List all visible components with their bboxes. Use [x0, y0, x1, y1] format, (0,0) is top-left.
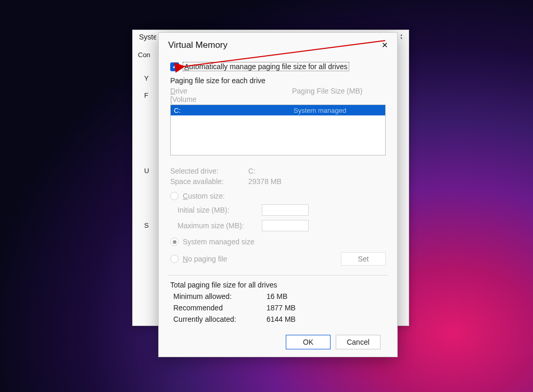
- system-managed-radio[interactable]: [170, 238, 179, 246]
- no-paging-label: No paging file: [183, 255, 227, 263]
- drive-status: System managed: [294, 107, 382, 114]
- totals-title: Total paging file size for all drives: [170, 281, 386, 289]
- no-paging-radio[interactable]: [170, 255, 179, 263]
- set-button[interactable]: Set: [341, 252, 386, 266]
- system-managed-radio-row[interactable]: System managed size: [170, 238, 386, 246]
- close-button[interactable]: ✕: [378, 39, 391, 51]
- ok-button[interactable]: OK: [286, 335, 331, 349]
- custom-size-radio[interactable]: [170, 192, 179, 200]
- initial-size-label: Initial size (MB):: [177, 206, 256, 214]
- totals-section: Total paging file size for all drives Mi…: [168, 281, 388, 323]
- drive-list[interactable]: C: System managed: [170, 104, 386, 155]
- maximum-size-label: Maximum size (MB):: [177, 221, 256, 230]
- bg-title: Syste: [139, 33, 157, 41]
- selected-drive-value: C:: [248, 167, 256, 175]
- min-allowed-label: Minimum allowed:: [173, 292, 264, 300]
- drive-letter: C:: [174, 107, 203, 114]
- drive-row[interactable]: C: System managed: [171, 105, 385, 115]
- recommended-value: 1877 MB: [266, 304, 296, 312]
- virtual-memory-dialog: Virtual Memory ✕ ✓ Automatically manage …: [158, 32, 398, 357]
- drive-list-header: Drive [Volume Paging File Size (MB): [168, 87, 388, 103]
- currently-allocated-value: 6144 MB: [266, 315, 296, 323]
- auto-manage-label: Automatically manage paging file size fo…: [183, 62, 349, 71]
- initial-size-input[interactable]: [262, 204, 309, 216]
- cancel-button[interactable]: Cancel: [336, 335, 380, 349]
- min-allowed-value: 16 MB: [266, 292, 287, 300]
- close-icon: ✕: [382, 41, 388, 50]
- auto-manage-checkbox[interactable]: ✓: [170, 62, 179, 71]
- currently-allocated-label: Currently allocated:: [173, 315, 264, 323]
- custom-size-radio-row[interactable]: Custom size:: [170, 192, 386, 200]
- dialog-title: Virtual Memory: [168, 40, 227, 50]
- maximum-size-input[interactable]: [262, 220, 309, 231]
- system-managed-label: System managed size: [183, 238, 255, 246]
- space-available-value: 29378 MB: [248, 177, 282, 186]
- recommended-label: Recommended: [173, 304, 264, 312]
- custom-size-label: Custom size:: [183, 192, 225, 200]
- separator: [168, 275, 388, 276]
- group-label: Paging file size for each drive: [170, 76, 386, 85]
- selected-drive-label: Selected drive:: [170, 167, 248, 175]
- space-available-label: Space available:: [170, 177, 248, 186]
